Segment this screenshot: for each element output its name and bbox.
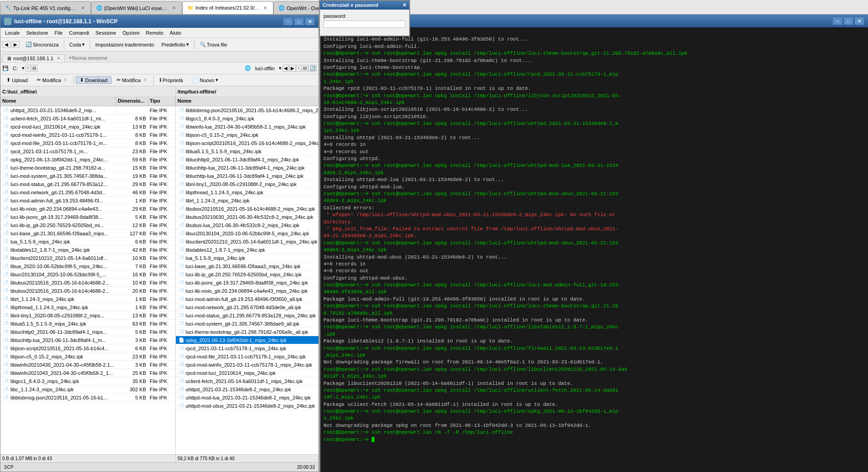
right-path-dropdown[interactable]: ▾ bbox=[279, 65, 282, 71]
credential-password-input[interactable] bbox=[324, 21, 406, 28]
left-file-row[interactable]: 📄 luci-mod-status_git-21.295.66779-853a1… bbox=[0, 180, 175, 188]
right-file-row[interactable]: 📄 libjson-script20210516_2021-05-16-b14c… bbox=[176, 139, 318, 147]
right-file-row[interactable]: 📄 uclient-fetch_2021-05-14-6a6011df-1_mi… bbox=[176, 377, 318, 385]
left-file-row[interactable]: 📄 libgcc1_8.4.0-3_mips_24kc.ipk 35 KB Fi… bbox=[0, 377, 175, 385]
right-file-row[interactable]: 📄 liblua5.1.5_5.1.5-9_mips_24kc.ipk 63 bbox=[176, 147, 318, 156]
left-file-row[interactable]: 📄 rpcd_2021-03-11-ccb75178-1_m... 23 KB … bbox=[0, 147, 175, 156]
left-file-row[interactable]: 📄 libubox20210516_2021-05-16-b14c4688-2.… bbox=[0, 287, 175, 295]
left-file-row[interactable]: 📄 luci-base_git-21.301.66596-f28aaa3_mip… bbox=[0, 229, 175, 238]
right-file-row[interactable]: 📄 libubus-lua_2021-06-30-4fc532c8-2_mips… bbox=[176, 221, 318, 229]
browser-tab-2[interactable]: 🌐 [OpenWrt Wiki] LuCI essentials ✕ bbox=[91, 1, 182, 14]
left-file-row[interactable]: 📄 uclient-fetch_2021-05-14-6a6011df-1_mi… bbox=[0, 114, 175, 123]
menu-selezione[interactable]: Selezione bbox=[23, 29, 51, 36]
left-file-row[interactable]: 📄 libiwinfo20210430_2021-04-30-c45f0b58-… bbox=[0, 361, 175, 369]
right-file-row[interactable]: 📄 luci-base_git-21.301.66596-f28aaa3_mip… bbox=[176, 262, 318, 270]
right-file-row[interactable]: 📄 libjson-c5_0.15-2_mips_24kc.ipk 23 bbox=[176, 131, 318, 139]
left-file-row[interactable]: 📄 rpcd-mod-luci_20210614_mips_24kc.ipk 1… bbox=[0, 123, 175, 131]
right-file-row[interactable]: 📄 uhttpd-mod-lua_2021-03-21-15346de8-2_m… bbox=[176, 394, 318, 402]
left-file-row[interactable]: 📄 luci-lib-nixio_git-20.234.06894-c4a4e4… bbox=[0, 205, 175, 213]
right-file-row[interactable]: 📄 libubox20210516_2021-05-16-b14c4688-2_… bbox=[176, 205, 318, 213]
browser-tab-1[interactable]: 🔧 Tp-Link RE 455 V1 configure wi... ✕ bbox=[0, 1, 91, 14]
right-file-row[interactable]: 📄 libuci20130104_2020-10-06-52bbc99f-5_m… bbox=[176, 229, 318, 238]
left-file-row[interactable]: 📄 rpcd-mod-file_2021-03-11-ccb75178-1_m.… bbox=[0, 139, 175, 147]
right-file-row[interactable]: 📄 libluchttp-lua_2021-06-11-3dc89af4-1_m… bbox=[176, 172, 318, 180]
left-file-row[interactable]: 📄 libuci20130104_2020-10-06-52bbc99f-5_.… bbox=[0, 270, 175, 279]
winscp-close-button[interactable]: ✕ bbox=[305, 17, 315, 26]
left-file-row[interactable]: 📄 libxtables12_1.8.7-1_mips_24kc.ipk 42 … bbox=[0, 246, 175, 254]
right-file-row[interactable]: 📄 rpcd-mod-luci_20210614_mips_24kc.ipk 1… bbox=[176, 369, 318, 377]
left-file-row[interactable]: 📄 opkg_2021-06-13-1bf042dd-1_mips_24kc..… bbox=[0, 156, 175, 164]
right-file-row[interactable]: 📄 liblucihttp0_2021-06-11-3dc89af4-1_mip… bbox=[176, 156, 318, 164]
new-button[interactable]: 📄 Nuovo ▾ bbox=[188, 76, 222, 84]
right-file-row[interactable]: 📄 libxtables12_1.8.7-1_mips_24kc.ipk 42 bbox=[176, 246, 318, 254]
left-file-row[interactable]: 📄 luci-mod-network_git-21.295.67048-4d3d… bbox=[0, 188, 175, 197]
left-col-type[interactable]: Tipo bbox=[148, 97, 175, 106]
session-tab-main[interactable]: 🖥 root@192.168.1.1 ✕ bbox=[2, 54, 65, 62]
menu-file[interactable]: File bbox=[52, 29, 66, 36]
left-file-row[interactable]: 📄 liblucihttp0_2021-06-11-3dc89af4-1_mip… bbox=[0, 328, 175, 336]
tab1-close[interactable]: ✕ bbox=[80, 5, 86, 11]
left-file-row[interactable]: 📄 lua_5.1.5-9_mips_24kc.ipk 6 KB File IP… bbox=[0, 238, 175, 246]
right-file-row[interactable]: 📄 uhttpd-mod-ubus_2021-03-21-15346de8-2_… bbox=[176, 402, 318, 410]
right-file-row[interactable]: 📄 opkg_2021-06-13-1bf042dd-1_mips_24kc.i… bbox=[176, 336, 318, 344]
left-file-row[interactable]: 📄 libnl-tiny1_2020-08-05-c291088f-2_mips… bbox=[0, 311, 175, 320]
left-file-row[interactable]: 📄 luci-theme-bootstrap_git-21.298.79182-… bbox=[0, 164, 175, 172]
left-file-row[interactable]: 📄 liblucihttp-lua_2021-06-11-3dc89af4-1_… bbox=[0, 336, 175, 344]
right-refresh[interactable]: 🔄 bbox=[308, 65, 317, 72]
toolbar-transfer-settings[interactable]: Impostazioni trasferimento bbox=[92, 41, 157, 49]
left-file-row[interactable]: 📄 libpthread_1.1.24-3_mips_24kc.ipk 1 KB… bbox=[0, 303, 175, 311]
right-col-name[interactable]: Nome bbox=[176, 97, 318, 106]
terminal-close-button[interactable]: ✕ bbox=[854, 17, 864, 25]
right-file-row[interactable]: 📄 librt_1.1.24-3_mips_24kc.ipk 1 bbox=[176, 197, 318, 205]
session-tab-close[interactable]: ✕ bbox=[57, 56, 61, 61]
menu-remoto[interactable]: Remoto bbox=[143, 29, 166, 36]
toolbar-find[interactable]: 🔍 Trova file bbox=[196, 40, 231, 49]
left-file-row[interactable]: 📄 luci-mod-system_git-21.305.74567-388da… bbox=[0, 172, 175, 180]
left-file-row[interactable]: 📄 libubus20210516_2021-05-16-b14c4688-2.… bbox=[0, 279, 175, 287]
properties-button[interactable]: ℹ Proprietà bbox=[155, 76, 187, 84]
left-file-row[interactable]: 📄 rpcd-mod-iwinfo_2021-03-11-ccb75178-1.… bbox=[0, 131, 175, 139]
left-path-dropdown[interactable]: ▾ bbox=[22, 65, 25, 71]
download-button[interactable]: ⬇ Download bbox=[76, 76, 112, 84]
new-session-button[interactable]: + Nuova sessione bbox=[65, 53, 111, 62]
left-file-row[interactable]: 📄 libjson-script20210516_2021-05-16-b14c… bbox=[0, 344, 175, 353]
left-file-row[interactable]: 📄 libua_2020-10-06-52bbc99f-5_mips_24kc.… bbox=[0, 262, 175, 270]
menu-sessione[interactable]: Sessione bbox=[93, 29, 119, 36]
right-file-row[interactable]: 📄 libblobmsg-json20210516_2021-05-16-b14… bbox=[176, 106, 318, 114]
left-file-row[interactable]: 📄 libjson-c5_0.15-2_mips_24kc.ipk 23 KB … bbox=[0, 353, 175, 361]
toolbar-sync[interactable]: 🔄 Sincronizza bbox=[22, 40, 62, 49]
right-nav-fwd[interactable]: ▶ bbox=[289, 65, 296, 72]
winscp-minimize-button[interactable]: ─ bbox=[283, 17, 293, 26]
right-file-row[interactable]: 📄 luci-theme-bootstrap_git-21.298.79182-… bbox=[176, 328, 318, 336]
menu-aiuto[interactable]: Aiuto bbox=[167, 29, 184, 36]
right-file-row[interactable]: 📄 uhttpd_2021-03-21-15346de8-2_mips_24kc… bbox=[176, 385, 318, 394]
browser-tab-3[interactable]: 📁 Index of /releases/21.02.0/packag... ✕ bbox=[182, 1, 273, 14]
terminal-minimize-button[interactable]: ─ bbox=[832, 17, 842, 25]
right-path-select[interactable]: luci-offlin bbox=[252, 65, 278, 72]
right-file-row[interactable]: 📄 luci-mod-network_git-21.295.67048-4d3d… bbox=[176, 303, 318, 311]
right-file-row[interactable]: 📄 libgcc1_8.4.0-3_mips_24kc.ipk 35 bbox=[176, 114, 318, 123]
left-file-row[interactable]: 📄 uhttpd_2021-03-21-15346de8-2_mip... Fi… bbox=[0, 106, 175, 114]
left-file-row[interactable]: 📄 liblua5.1.5_5.1.5-9_mips_24kc.ipk 63 K… bbox=[0, 320, 175, 328]
right-file-row[interactable]: 📄 rpcd_2021-03-11-ccb75178-1_mips_24kc.i… bbox=[176, 344, 318, 353]
left-file-row[interactable]: 📄 libuclient20210210_2021-05-14-6a6011df… bbox=[0, 254, 175, 262]
right-file-row[interactable]: 📄 libnl-tiny1_2020-08-05-c291088f-2_mips… bbox=[176, 180, 318, 188]
winscp-maximize-button[interactable]: □ bbox=[294, 17, 304, 26]
tab3-close[interactable]: ✕ bbox=[262, 5, 268, 11]
tab2-close[interactable]: ✕ bbox=[171, 5, 177, 11]
toolbar-fwd-btn[interactable]: ▶ bbox=[11, 41, 20, 48]
right-file-row[interactable]: 📄 rpcd-mod-file_2021-03-11-ccb75178-1_mi… bbox=[176, 353, 318, 361]
right-nav-up[interactable]: ↑ bbox=[296, 65, 301, 72]
left-col-name[interactable]: Nome bbox=[0, 97, 116, 106]
right-file-row[interactable]: 📄 rpcd-mod-iwinfo_2021-03-11-ccb75178-1_… bbox=[176, 361, 318, 369]
left-file-row[interactable]: 📄 libiwinfo2021043_2021-04-30-c45f0b58-2… bbox=[0, 369, 175, 377]
right-file-row[interactable]: 📄 liblucihttp-lua_2021-06-11-3dc89af4-1_… bbox=[176, 164, 318, 172]
left-file-list[interactable]: 📄 uhttpd_2021-03-21-15346de8-2_mip... Fi… bbox=[0, 106, 175, 454]
right-file-row[interactable]: 📄 libuclient20201210_2021-05-14-6a6011df… bbox=[176, 238, 318, 246]
left-modify-button[interactable]: ✏ Modifica ✕ bbox=[33, 76, 72, 84]
right-file-row[interactable]: 📄 luci-lib-nixio_git-20.234.06894-c4a4e4… bbox=[176, 287, 318, 295]
right-file-row[interactable]: 📄 libubus20210630_2021-06-30-4fc532c8-2_… bbox=[176, 213, 318, 221]
left-drive-select[interactable]: C: bbox=[10, 65, 21, 72]
terminal-maximize-button[interactable]: □ bbox=[843, 17, 853, 25]
upload-button[interactable]: ⬆ Upload bbox=[2, 76, 32, 84]
